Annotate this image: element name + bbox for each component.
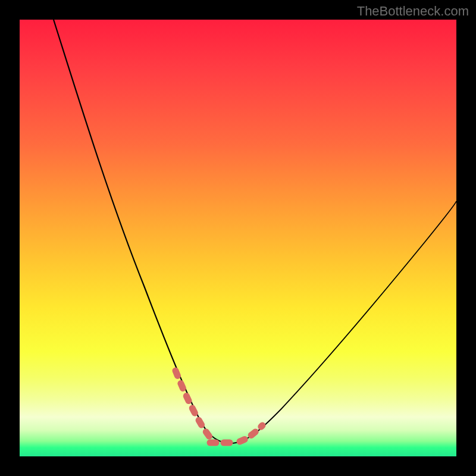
markers-right-segment — [240, 425, 262, 441]
markers-left-segment — [176, 371, 211, 439]
right-curve — [231, 201, 456, 443]
chart-frame: TheBottleneck.com — [0, 0, 476, 476]
left-curve — [54, 20, 231, 443]
plot-area — [20, 20, 456, 456]
watermark-text: TheBottleneck.com — [357, 4, 469, 19]
curve-layer — [20, 20, 456, 456]
